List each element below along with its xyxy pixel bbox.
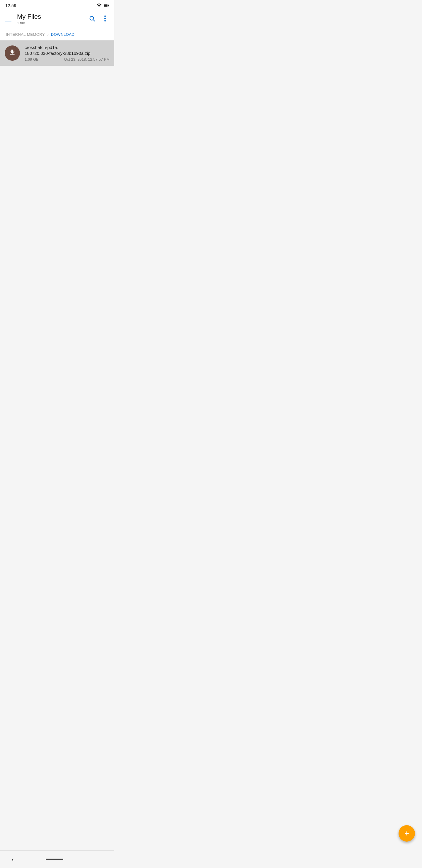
app-subtitle: 1 file: [17, 21, 83, 25]
file-name: crosshatch-pd1a.180720.030-factory-38b1b…: [25, 44, 109, 56]
menu-line-2: [5, 19, 11, 19]
svg-rect-1: [108, 5, 109, 6]
download-file-icon: [8, 49, 16, 58]
file-list: crosshatch-pd1a.180720.030-factory-38b1b…: [0, 40, 114, 66]
svg-rect-2: [104, 4, 107, 7]
menu-line-3: [5, 21, 11, 22]
wifi-icon: [96, 3, 102, 8]
breadcrumb-parent[interactable]: INTERNAL MEMORY: [6, 32, 45, 37]
app-bar: My Files 1 file: [0, 10, 114, 28]
content-area: [0, 66, 114, 212]
breadcrumb: INTERNAL MEMORY › DOWNLOAD: [0, 28, 114, 40]
file-info: crosshatch-pd1a.180720.030-factory-38b1b…: [25, 44, 109, 62]
menu-line-1: [5, 17, 11, 17]
svg-point-5: [104, 16, 106, 17]
more-vertical-icon: [104, 15, 106, 23]
file-size: 1.69 GB: [25, 57, 39, 62]
svg-point-7: [104, 20, 106, 22]
search-icon: [89, 15, 95, 23]
status-time: 12:59: [5, 3, 17, 8]
menu-button[interactable]: [2, 13, 14, 25]
file-date: Oct 23, 2018, 12:57:57 PM: [64, 57, 109, 62]
app-title-area: My Files 1 file: [17, 13, 83, 25]
battery-icon: [104, 3, 109, 8]
breadcrumb-arrow-icon: ›: [47, 32, 48, 37]
file-item[interactable]: crosshatch-pd1a.180720.030-factory-38b1b…: [0, 40, 114, 66]
more-options-button[interactable]: [99, 13, 111, 25]
app-bar-actions: [86, 13, 111, 25]
breadcrumb-current[interactable]: DOWNLOAD: [51, 32, 75, 37]
status-icons: [96, 3, 109, 8]
status-bar: 12:59: [0, 0, 114, 10]
svg-point-6: [104, 18, 106, 19]
file-icon-container: [5, 45, 20, 61]
svg-line-4: [93, 20, 95, 21]
app-title: My Files: [17, 13, 83, 21]
file-meta: 1.69 GB Oct 23, 2018, 12:57:57 PM: [25, 57, 109, 62]
search-button[interactable]: [86, 13, 98, 25]
